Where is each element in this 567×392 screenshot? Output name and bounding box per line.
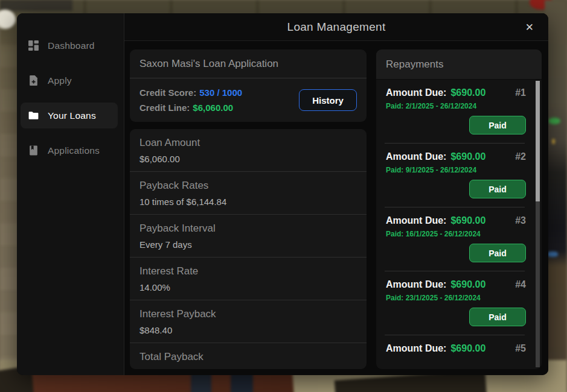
background-light (552, 139, 555, 144)
paid-dates: Paid: 16/1/2025 - 26/12/2024 (386, 230, 530, 238)
folder-icon (28, 110, 39, 121)
repayment-item: Amount Due: $690.00 #3 Paid: 16/1/2025 -… (376, 207, 533, 271)
repayment-number: #4 (515, 279, 526, 290)
loan-detail-row-total: Total Payback $6,908.40 (130, 343, 367, 369)
dashboard-icon (28, 40, 39, 51)
sidebar-item-apply[interactable]: Apply (21, 68, 118, 93)
repayment-item: Amount Due: $690.00 #4 Paid: 23/1/2025 -… (376, 271, 533, 335)
scrollbar-track[interactable] (536, 81, 540, 367)
background-shadow (0, 0, 72, 11)
loan-info-column: Saxon Masi's Loan Application Credit Sco… (130, 49, 367, 369)
loan-management-window: Dashboard Apply Your Loans Applications … (17, 13, 548, 375)
book-icon (28, 145, 39, 156)
amount-due-label: Amount Due: (386, 151, 446, 162)
sidebar-item-applications[interactable]: Applications (21, 138, 118, 163)
repayments-list: Amount Due: $690.00 #1 Paid: 2/1/2025 - … (376, 80, 542, 369)
close-icon[interactable]: ✕ (523, 19, 536, 34)
paid-dates: Paid: 2/1/2025 - 26/12/2024 (386, 102, 530, 110)
paid-button[interactable]: Paid (469, 308, 526, 326)
repayment-number: #3 (515, 215, 526, 226)
detail-value: Every 7 days (139, 238, 357, 251)
window-header: Loan Management ✕ (124, 13, 548, 41)
paid-dates: Paid: 23/1/2025 - 26/12/2024 (386, 294, 530, 302)
repayment-number: #2 (515, 151, 526, 162)
sidebar-item-your-loans[interactable]: Your Loans (21, 103, 118, 128)
sidebar-item-label: Your Loans (48, 110, 96, 121)
history-button[interactable]: History (299, 89, 357, 111)
amount-due-value: $690.00 (450, 151, 485, 162)
paid-dates: Paid: 9/1/2025 - 26/12/2024 (386, 166, 530, 174)
detail-value: $6,908.40 (139, 367, 357, 369)
detail-value: 10 times of $6,144.84 (139, 195, 357, 208)
amount-due-value: $690.00 (450, 279, 485, 290)
background-green-object (548, 118, 560, 124)
repayment-item: Amount Due: $690.00 #2 Paid: 9/1/2025 - … (376, 144, 533, 207)
amount-due-value: $690.00 (450, 87, 485, 98)
repayment-item: Amount Due: $690.00 #1 Paid: 2/1/2025 - … (376, 80, 533, 143)
credit-score-label: Credit Score: (139, 87, 196, 98)
loan-details-card: Loan Amount $6,060.00 Payback Rates 10 t… (130, 129, 367, 369)
scrollbar-thumb[interactable] (536, 81, 540, 201)
paid-button[interactable]: Paid (469, 116, 526, 134)
detail-value: $848.40 (139, 324, 357, 337)
sidebar-item-dashboard[interactable]: Dashboard (21, 33, 118, 58)
credit-line-value: $6,060.00 (193, 103, 233, 113)
credit-section: Credit Score:530 / 1000 Credit Line:$6,0… (130, 78, 367, 122)
amount-due-value: $690.00 (450, 215, 485, 226)
sidebar-item-label: Applications (48, 145, 100, 156)
detail-value: 14.00% (139, 281, 357, 294)
detail-label: Total Payback (139, 350, 357, 364)
window-title: Loan Management (287, 21, 386, 34)
credit-line-label: Credit Line: (139, 103, 190, 113)
detail-label: Interest Payback (139, 307, 357, 321)
sidebar: Dashboard Apply Your Loans Applications (17, 13, 124, 375)
credit-score-value: 530 / 1000 (199, 87, 242, 98)
background-blue-object (547, 251, 558, 257)
detail-value: $6,060.00 (139, 153, 357, 165)
sidebar-item-label: Dashboard (48, 40, 95, 51)
repayment-number: #1 (515, 87, 526, 98)
content-area: Saxon Masi's Loan Application Credit Sco… (124, 41, 548, 375)
file-plus-icon (28, 75, 39, 86)
credit-line-row: Credit Line:$6,060.00 (139, 100, 242, 115)
detail-label: Interest Rate (139, 264, 357, 278)
loan-detail-row: Interest Rate 14.00% (130, 258, 367, 300)
loan-detail-row: Payback Interval Every 7 days (130, 215, 367, 258)
amount-due-label: Amount Due: (386, 87, 446, 98)
amount-due-label: Amount Due: (386, 279, 446, 290)
detail-label: Loan Amount (139, 136, 357, 150)
paid-button[interactable]: Paid (469, 244, 526, 262)
repayment-number: #5 (515, 343, 526, 354)
credit-lines: Credit Score:530 / 1000 Credit Line:$6,0… (139, 85, 242, 115)
repayments-card: Repayments Amount Due: $690.00 #1 Paid: … (376, 49, 542, 369)
sidebar-item-label: Apply (48, 75, 72, 86)
loan-detail-row: Interest Payback $848.40 (130, 300, 367, 343)
loan-detail-row: Loan Amount $6,060.00 (130, 129, 367, 172)
repayments-title: Repayments (376, 49, 542, 80)
loan-detail-row: Payback Rates 10 times of $6,144.84 (130, 172, 367, 215)
application-card: Saxon Masi's Loan Application Credit Sco… (130, 49, 367, 122)
main-panel: Loan Management ✕ Saxon Masi's Loan Appl… (124, 13, 548, 375)
credit-score-row: Credit Score:530 / 1000 (139, 85, 242, 100)
application-title: Saxon Masi's Loan Application (130, 49, 367, 78)
amount-due-label: Amount Due: (386, 343, 446, 354)
detail-label: Payback Interval (139, 221, 357, 235)
paid-button[interactable]: Paid (469, 180, 526, 198)
amount-due-label: Amount Due: (386, 215, 446, 226)
repayment-item: Amount Due: $690.00 #5 (376, 335, 533, 362)
detail-label: Payback Rates (139, 179, 357, 192)
amount-due-value: $690.00 (450, 343, 485, 354)
repayments-column: Repayments Amount Due: $690.00 #1 Paid: … (376, 49, 542, 369)
